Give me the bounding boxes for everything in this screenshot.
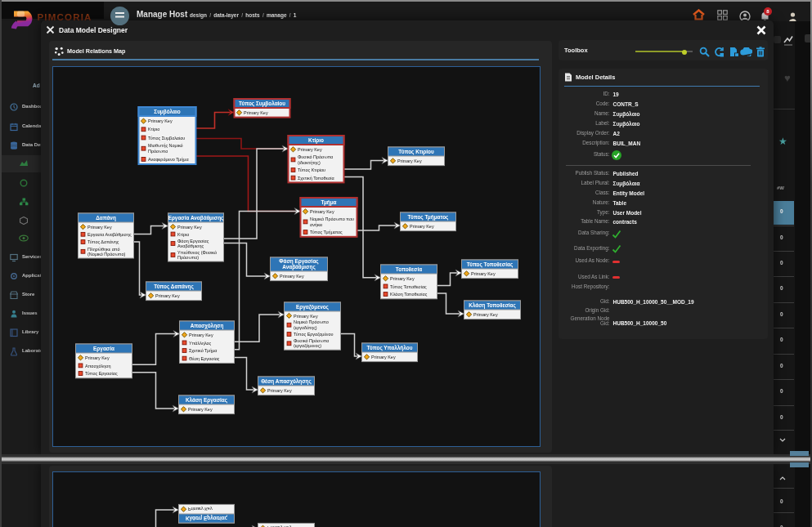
svg-text:Τύπος Συμβολαίου: Τύπος Συμβολαίου: [239, 100, 285, 106]
svg-text:Υπάλληλος: Υπάλληλος: [189, 340, 212, 345]
svg-text:Εργασία Αναβάθμισης: Εργασία Αναβάθμισης: [168, 214, 224, 221]
svg-text:Φυσικό Πρόσωπο: Φυσικό Πρόσωπο: [298, 154, 333, 159]
svg-text:Κλάση Τοποθεσίας: Κλάση Τοποθεσίας: [390, 292, 428, 297]
svg-text:Σχετική Τοποθεσία: Σχετική Τοποθεσία: [298, 175, 334, 180]
svg-text:Κλάση Εργασίας: Κλάση Εργασίας: [186, 396, 228, 403]
svg-text:ανήκει: ανήκει: [310, 221, 323, 226]
svg-text:Κτίριο: Κτίριο: [308, 136, 324, 143]
svg-text:Τύπος Εργασίας: Τύπος Εργασίας: [85, 371, 118, 376]
svg-text:Τύπος Κτιρίου: Τύπος Κτιρίου: [398, 148, 434, 154]
svg-text:Θέση Απασχόλησης: Θέση Απασχόλησης: [261, 377, 312, 384]
svg-text:Primary Key: Primary Key: [244, 109, 268, 114]
svg-text:(ιδιοκτήτης): (ιδιοκτήτης): [298, 159, 321, 164]
svg-text:Τοποθεσία: Τοποθεσία: [396, 266, 422, 271]
svg-text:Υπεύθυνος (Φυσικό: Υπεύθυνος (Φυσικό: [177, 249, 217, 254]
svg-text:Εργαζόμενος: Εργαζόμενος: [296, 303, 330, 310]
svg-text:Απασχόληση: Απασχόληση: [191, 322, 224, 328]
svg-text:Τύπος Τοποθεσίας: Τύπος Τοποθεσίας: [390, 284, 427, 288]
svg-text:Primary Key: Primary Key: [390, 275, 415, 280]
svg-text:Primary Key: Primary Key: [188, 406, 213, 411]
svg-text:Primary Key: Primary Key: [410, 223, 434, 228]
svg-text:Τύπος Τμήματος: Τύπος Τμήματος: [408, 213, 450, 220]
svg-text:Primary Key: Primary Key: [85, 355, 110, 360]
svg-text:Αναβάθμισης: Αναβάθμισης: [282, 263, 316, 270]
svg-text:Νομικό Πρόσωπο που: Νομικό Πρόσωπο που: [310, 217, 354, 221]
svg-text:Primary Key: Primary Key: [310, 208, 334, 213]
svg-text:Πρόσωπο: Πρόσωπο: [148, 148, 168, 153]
svg-text:Πληρώθηκε από: Πληρώθηκε από: [87, 246, 120, 251]
svg-text:Φυσικό Πρόσωπο: Φυσικό Πρόσωπο: [294, 338, 329, 343]
svg-text:(Νομικό Πρόσωπο): (Νομικό Πρόσωπο): [87, 251, 126, 256]
svg-text:Θέση Εργασίας: Θέση Εργασίας: [189, 355, 220, 360]
svg-text:Μισθωτής Νομικό: Μισθωτής Νομικό: [148, 143, 183, 148]
svg-text:Αναφερόμενο Τμήμα: Αναφερόμενο Τμήμα: [148, 157, 189, 162]
svg-text:Νομικό Πρόσωπο: Νομικό Πρόσωπο: [294, 319, 329, 324]
svg-text:Primary Key: Primary Key: [298, 146, 322, 151]
svg-text:PIMCORIA: PIMCORIA: [38, 12, 92, 22]
svg-text:Primary Key: Primary Key: [397, 158, 422, 163]
svg-text:Κτίριο: Κτίριο: [177, 231, 189, 236]
svg-text:(εργοδότης): (εργοδότης): [294, 324, 317, 329]
svg-text:Τύπος Τμήματος: Τύπος Τμήματος: [310, 230, 343, 234]
svg-text:Τύπος Κτιρίου: Τύπος Κτιρίου: [298, 167, 325, 172]
svg-text:Φάση Εργασίας: Φάση Εργασίας: [177, 238, 209, 243]
svg-text:Σχετικό Τμήμα: Σχετικό Τμήμα: [189, 348, 217, 353]
svg-text:Primary Key: Primary Key: [189, 332, 213, 337]
svg-text:Τύπος Υπαλλήλου: Τύπος Υπαλλήλου: [367, 344, 413, 351]
svg-text:Τύπος Εργαζομένου: Τύπος Εργαζομένου: [294, 332, 334, 337]
svg-text:Primary Key: Primary Key: [177, 224, 202, 229]
svg-text:Primary Key: Primary Key: [294, 313, 318, 318]
svg-text:Εργασία Αναβάθμισης: Εργασία Αναβάθμισης: [87, 231, 132, 236]
svg-text:Κτίριο: Κτίριο: [148, 127, 159, 132]
svg-text:Εργασία: Εργασία: [93, 345, 114, 351]
svg-text:Δαπάνη: Δαπάνη: [96, 214, 116, 221]
svg-text:Primary Key: Primary Key: [371, 354, 396, 359]
svg-text:Τύπος Δαπάνης: Τύπος Δαπάνης: [87, 239, 119, 244]
svg-text:Primary Key: Primary Key: [155, 293, 180, 297]
svg-text:Συμβόλαιο: Συμβόλαιο: [154, 108, 180, 114]
svg-text:Απασχόληση: Απασχόληση: [85, 363, 111, 368]
svg-text:Τύπος Δαπάνης: Τύπος Δαπάνης: [154, 283, 194, 289]
svg-text:Primary Key: Primary Key: [148, 118, 173, 123]
svg-text:Primary Key: Primary Key: [280, 273, 304, 278]
svg-text:Primary Key: Primary Key: [87, 224, 112, 229]
svg-text:(εργαζόμενος): (εργαζόμενος): [294, 343, 321, 349]
svg-text:Πρόσωπο): Πρόσωπο): [177, 255, 199, 260]
svg-text:Τύπος Συμβολαίου: Τύπος Συμβολαίου: [148, 135, 185, 140]
svg-text:Primary Key: Primary Key: [267, 387, 292, 392]
svg-text:Αναβάθμισης: Αναβάθμισης: [177, 243, 204, 248]
svg-text:Τμήμα: Τμήμα: [321, 199, 336, 205]
